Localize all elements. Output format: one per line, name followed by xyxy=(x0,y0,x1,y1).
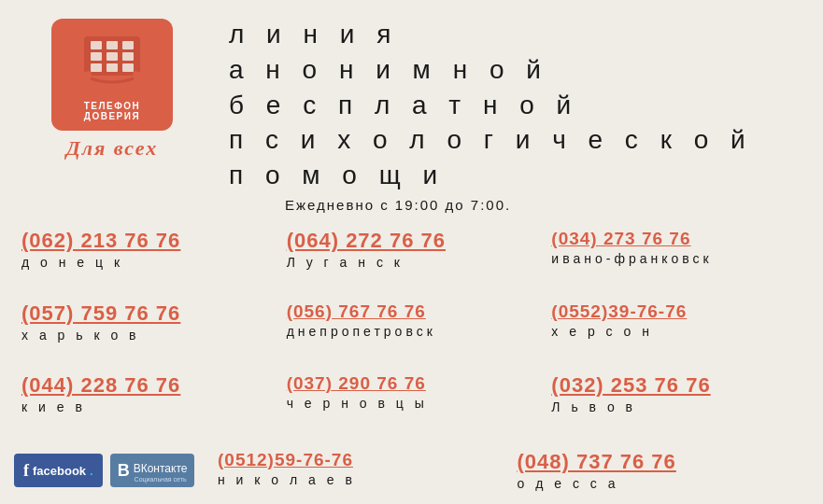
city-donetsk: д о н е ц к xyxy=(21,255,272,270)
svg-rect-1 xyxy=(91,41,102,49)
svg-rect-5 xyxy=(106,52,118,61)
phone-herson[interactable]: (0552)39-76-76 xyxy=(551,301,802,322)
vk-label: ВКонтакте xyxy=(134,462,188,475)
phone-label: ТЕЛЕФОН ДОВЕРИЯ xyxy=(68,101,156,121)
svg-rect-9 xyxy=(122,63,134,72)
city-block-lugansk: (064) 272 76 76 Л у г а н с к xyxy=(279,225,545,298)
city-kiev: к и е в xyxy=(21,399,272,414)
city-odessa: о д е с с а xyxy=(518,476,802,491)
phone-icon xyxy=(70,32,154,97)
svg-rect-2 xyxy=(106,41,118,49)
city-dnepro: днепропетровск xyxy=(287,324,537,339)
vk-logo-icon: В xyxy=(118,461,130,481)
title-area: л и н и я а н о н и м н о й б е с п л а … xyxy=(210,9,809,213)
city-block-ivano: (034) 273 76 76 ивано-франковск xyxy=(544,225,809,298)
phone-nikolaev[interactable]: (0512)59-76-76 xyxy=(218,450,503,470)
vk-text-area: ВКонтакте Социальная сеть xyxy=(134,459,188,483)
svg-rect-4 xyxy=(91,52,102,61)
city-block-kiev: (044) 228 76 76 к и е в xyxy=(14,370,279,442)
city-block-nikolaev: (0512)59-76-76 н и к о л а е в xyxy=(210,446,510,495)
city-nikolaev: н и к о л а е в xyxy=(218,472,503,487)
vk-sub: Социальная сеть xyxy=(134,476,188,483)
schedule-text: Ежедневно с 19:00 до 7:00. xyxy=(285,197,809,213)
facebook-f-icon: f xyxy=(23,461,29,481)
phone-donetsk[interactable]: (062) 213 76 76 xyxy=(21,229,272,253)
facebook-label: facebook xyxy=(33,464,86,478)
svg-rect-7 xyxy=(91,63,102,72)
facebook-dot: . xyxy=(90,464,93,478)
main-container: ТЕЛЕФОН ДОВЕРИЯ Для всех л и н и я а н о… xyxy=(0,0,823,504)
city-block-kharkiv: (057) 759 76 76 х а р ь к о в xyxy=(14,298,279,371)
title-line3: б е с п л а т н о й xyxy=(229,88,809,123)
city-kharkiv: х а р ь к о в xyxy=(21,328,272,343)
phone-chernivtsi[interactable]: (037) 290 76 76 xyxy=(287,373,537,394)
for-all-text: Для всех xyxy=(66,136,159,161)
city-block-dnepro: (056) 767 76 76 днепропетровск xyxy=(279,298,545,371)
city-block-odessa: (048) 737 76 76 о д е с с а xyxy=(510,446,810,495)
phone-kharkiv[interactable]: (057) 759 76 76 xyxy=(21,301,272,326)
city-block-herson: (0552)39-76-76 х е р с о н xyxy=(544,298,809,371)
phone-ivano[interactable]: (034) 273 76 76 xyxy=(551,229,802,249)
phone-icon-wrapper: ТЕЛЕФОН ДОВЕРИЯ xyxy=(51,19,173,131)
phone-lviv[interactable]: (032) 253 76 76 xyxy=(551,373,802,398)
phone-odessa[interactable]: (048) 737 76 76 xyxy=(518,450,802,474)
phone-lugansk[interactable]: (064) 272 76 76 xyxy=(287,229,537,253)
city-block-lviv: (032) 253 76 76 Л ь в о в xyxy=(544,370,809,442)
svg-rect-8 xyxy=(106,63,118,72)
phone-dnepro[interactable]: (056) 767 76 76 xyxy=(287,301,537,322)
phone-kiev[interactable]: (044) 228 76 76 xyxy=(21,373,272,398)
city-chernivtsi: ч е р н о в ц ы xyxy=(287,396,537,411)
vk-button[interactable]: В ВКонтакте Социальная сеть xyxy=(110,454,195,487)
main-title: л и н и я а н о н и м н о й б е с п л а … xyxy=(229,17,809,193)
city-ivano: ивано-франковск xyxy=(551,251,802,266)
title-line5: п о м о щ и xyxy=(229,158,809,193)
city-lugansk: Л у г а н с к xyxy=(287,255,537,270)
city-lviv: Л ь в о в xyxy=(551,399,802,414)
city-herson: х е р с о н xyxy=(551,324,802,339)
social-area: f facebook. В ВКонтакте Социальная сеть xyxy=(14,454,210,487)
title-line1: л и н и я xyxy=(229,17,809,52)
city-block-chernivtsi: (037) 290 76 76 ч е р н о в ц ы xyxy=(279,370,545,442)
svg-rect-6 xyxy=(122,52,134,61)
bottom-row: f facebook. В ВКонтакте Социальная сеть … xyxy=(14,446,809,495)
svg-rect-3 xyxy=(122,41,134,49)
bottom-numbers: (0512)59-76-76 н и к о л а е в (048) 737… xyxy=(210,446,809,495)
facebook-button[interactable]: f facebook. xyxy=(14,454,103,487)
city-block-donetsk: (062) 213 76 76 д о н е ц к xyxy=(14,225,279,298)
logo-area: ТЕЛЕФОН ДОВЕРИЯ Для всех xyxy=(14,9,210,161)
title-line2: а н о н и м н о й xyxy=(229,52,809,88)
title-line4: п с и х о л о г и ч е с к о й xyxy=(229,122,809,158)
top-section: ТЕЛЕФОН ДОВЕРИЯ Для всех л и н и я а н о… xyxy=(14,9,809,213)
numbers-grid: (062) 213 76 76 д о н е ц к (064) 272 76… xyxy=(14,225,809,442)
